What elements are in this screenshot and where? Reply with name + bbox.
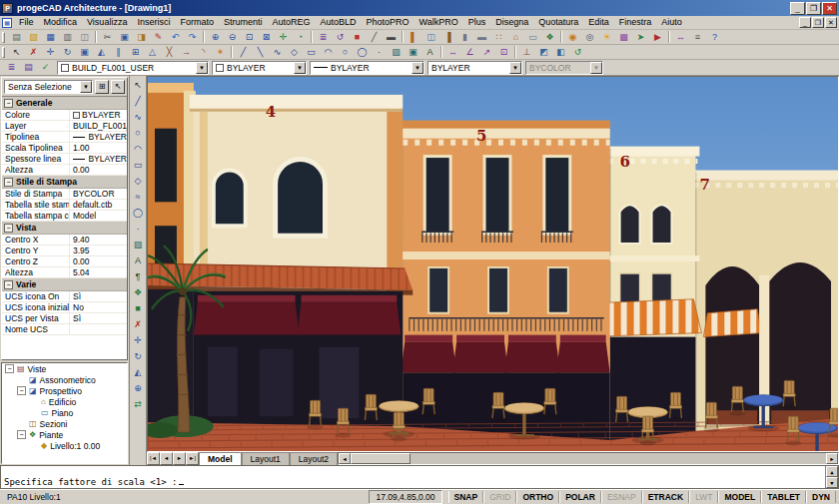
text-icon[interactable]: A xyxy=(421,46,438,59)
property-row-colore[interactable]: ColoreBYLAYER xyxy=(2,110,127,121)
plot-icon[interactable]: ▥ xyxy=(59,31,76,44)
menu-item-walkpro[interactable]: WalkPRO xyxy=(415,16,463,29)
column-tool-icon[interactable]: ▮ xyxy=(456,31,473,44)
print-preview-icon[interactable]: ◫ xyxy=(76,31,93,44)
collapse-icon[interactable]: − xyxy=(4,224,13,233)
doc-minimize-button[interactable]: _ xyxy=(799,17,811,28)
tab-layout1[interactable]: Layout1 xyxy=(242,452,290,465)
color-combo[interactable]: BYLAYER ▼ xyxy=(212,61,307,75)
tree-expander-icon[interactable]: − xyxy=(17,430,26,439)
point-icon[interactable]: · xyxy=(130,222,147,238)
spline-icon[interactable]: ≈ xyxy=(130,190,147,206)
mtext-icon[interactable]: ¶ xyxy=(130,269,147,285)
menu-item-quotatura[interactable]: Quotatura xyxy=(533,16,583,29)
linetype-control-icon[interactable]: ╱ xyxy=(366,31,383,44)
sun-light-icon[interactable]: ☀ xyxy=(598,31,615,44)
beam-tool-icon[interactable]: ▬ xyxy=(473,31,490,44)
scroll-thumb[interactable] xyxy=(351,453,411,464)
help-icon[interactable]: ? xyxy=(706,31,723,44)
offset-icon[interactable]: ∥ xyxy=(110,46,127,59)
regen-icon[interactable]: ↺ xyxy=(569,46,586,59)
property-row-stile-di-stampa[interactable]: Stile di StampaBYCOLOR xyxy=(2,189,127,200)
tree-item-viste[interactable]: −▤Viste xyxy=(2,363,127,374)
text-icon[interactable]: A xyxy=(130,253,147,269)
scroll-left-icon[interactable]: ◄ xyxy=(339,453,351,464)
trim-icon[interactable]: ╳ xyxy=(161,46,178,59)
animation-icon[interactable]: ▶ xyxy=(649,31,666,44)
polyline-icon[interactable]: ∿ xyxy=(269,46,286,59)
pan-icon[interactable]: ⇄ xyxy=(130,397,147,413)
cut-icon[interactable]: ✂ xyxy=(99,31,116,44)
dimension-angular-icon[interactable]: ∠ xyxy=(461,46,478,59)
layer-previous-icon[interactable]: ↺ xyxy=(332,31,349,44)
rotate-icon[interactable]: ↻ xyxy=(59,46,76,59)
lineweight-control-icon[interactable]: ▬ xyxy=(383,31,400,44)
walkthrough-icon[interactable]: ➤ xyxy=(632,31,649,44)
collapse-icon[interactable]: − xyxy=(4,99,13,108)
polygon-icon[interactable]: ◇ xyxy=(286,46,303,59)
status-toggle-model[interactable]: MODEL xyxy=(718,491,761,503)
menu-item-disegna[interactable]: Disegna xyxy=(490,16,533,29)
circle-icon[interactable]: ○ xyxy=(130,126,147,142)
erase-icon[interactable]: ✗ xyxy=(25,46,42,59)
construction-line-icon[interactable]: ╲ xyxy=(252,46,269,59)
property-row-ucs-icona-on[interactable]: UCS icona OnSì xyxy=(2,291,127,302)
ucs-tool-icon[interactable]: ⊥ xyxy=(518,46,535,59)
ellipse-icon[interactable]: ◯ xyxy=(354,46,371,59)
point-icon[interactable]: · xyxy=(371,46,388,59)
status-toggle-tablet[interactable]: TABLET xyxy=(761,491,806,503)
collapse-icon[interactable]: − xyxy=(4,178,13,187)
dropdown-arrow-icon[interactable]: ▼ xyxy=(294,62,306,74)
window-tool-icon[interactable]: ◫ xyxy=(422,31,439,44)
hatch-icon[interactable]: ▨ xyxy=(130,238,147,253)
dimension-linear-icon[interactable]: ↔ xyxy=(444,46,461,59)
menu-item-photopro[interactable]: PhotoPRO xyxy=(362,16,415,29)
move-icon[interactable]: ✛ xyxy=(130,333,147,349)
dropdown-arrow-icon[interactable]: ▼ xyxy=(412,62,423,74)
tree-item-piano[interactable]: ▭Piano xyxy=(2,407,127,418)
array-icon[interactable]: ⊞ xyxy=(127,46,144,59)
property-row-layer[interactable]: LayerBUILD_FL001_USER xyxy=(2,121,127,132)
materials-icon[interactable]: ▩ xyxy=(615,31,632,44)
tab-layout2[interactable]: Layout2 xyxy=(290,452,338,465)
toolbar-grip[interactable] xyxy=(2,47,5,58)
menu-item-edita[interactable]: Edita xyxy=(583,16,614,29)
tab-scrollbar[interactable]: ◄ ► xyxy=(338,452,839,465)
prev-tab-icon[interactable]: ◄ xyxy=(160,452,173,465)
scroll-down-icon[interactable]: ▼ xyxy=(826,477,838,488)
polygon-icon[interactable]: ◇ xyxy=(130,174,147,190)
drawing-area[interactable]: 4 5 6 7 xyxy=(147,76,839,452)
fillet-icon[interactable]: ◝ xyxy=(195,46,212,59)
tree-expander-icon[interactable]: − xyxy=(17,386,26,395)
next-tab-icon[interactable]: ► xyxy=(173,452,186,465)
property-row-nome-ucs[interactable]: Nome UCS xyxy=(2,324,127,335)
collapse-icon[interactable]: − xyxy=(4,280,13,289)
tree-item-piante[interactable]: −❖Piante xyxy=(2,429,127,440)
slab-tool-icon[interactable]: ▭ xyxy=(524,31,541,44)
zoom-in-icon[interactable]: ⊕ xyxy=(207,31,224,44)
tree-item-assonometrico[interactable]: ◪Assonometrico xyxy=(2,374,127,385)
circle-icon[interactable]: ○ xyxy=(337,46,354,59)
leader-icon[interactable]: ↗ xyxy=(478,46,495,59)
mirror-icon[interactable]: ◭ xyxy=(93,46,110,59)
doc-close-button[interactable]: ✕ xyxy=(825,17,837,28)
property-row-ucs-per-vista[interactable]: UCS per VistaSì xyxy=(2,313,127,324)
properties-section-vista[interactable]: −Vista xyxy=(2,222,127,235)
last-tab-icon[interactable]: ►| xyxy=(186,452,199,465)
named-views-icon[interactable]: ◩ xyxy=(535,46,552,59)
property-row-tipolinea[interactable]: TipolineaBYLAYER xyxy=(2,132,127,143)
select-icon[interactable]: ↖ xyxy=(8,46,25,59)
door-tool-icon[interactable]: ▐ xyxy=(439,31,456,44)
menu-item-formato[interactable]: Formato xyxy=(175,16,219,29)
menu-item-inserisci[interactable]: Inserisci xyxy=(132,16,175,29)
region-icon[interactable]: ▣ xyxy=(405,46,421,59)
save-file-icon[interactable]: ▦ xyxy=(42,31,59,44)
select-pointer-icon[interactable]: ↖ xyxy=(130,78,147,94)
arc-icon[interactable]: ◠ xyxy=(130,142,147,158)
scale-icon[interactable]: △ xyxy=(144,46,161,59)
hatch-icon[interactable]: ▨ xyxy=(388,46,405,59)
close-button[interactable]: ✕ xyxy=(822,2,837,15)
lineweight-combo[interactable]: BYLAYER ▼ xyxy=(427,61,522,75)
make-layer-current-icon[interactable]: ✓ xyxy=(37,61,54,74)
menu-item-modifica[interactable]: Modifica xyxy=(39,16,83,29)
